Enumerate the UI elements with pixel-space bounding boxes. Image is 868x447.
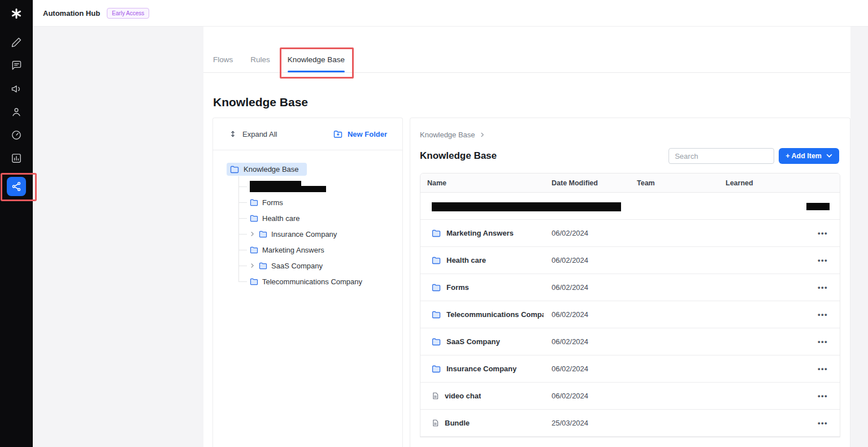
early-access-badge: Early Access xyxy=(107,8,149,19)
row-actions-button[interactable] xyxy=(818,311,828,318)
tab-bar: Flows Rules Knowledge Base xyxy=(203,27,850,73)
automation-icon[interactable] xyxy=(7,177,26,196)
table-row[interactable]: SaaS Company 06/02/2024 xyxy=(420,328,840,355)
page-title: Knowledge Base xyxy=(213,96,850,109)
new-folder-button[interactable]: New Folder xyxy=(330,129,390,139)
folder-icon xyxy=(250,215,258,222)
search-input[interactable] xyxy=(669,148,774,164)
pencil-icon[interactable] xyxy=(10,36,23,49)
content-panel: Flows Rules Knowledge Base Knowledge Bas… xyxy=(203,27,850,447)
topbar: Automation Hub Early Access xyxy=(33,0,868,27)
panels-row: Expand All New Folder Knowledge Base xyxy=(212,118,850,447)
new-folder-icon xyxy=(333,130,343,138)
tree-item-label: Telecommunications Company xyxy=(262,277,362,286)
chevron-right-icon[interactable] xyxy=(250,231,255,237)
item-name: Bundle xyxy=(445,419,470,427)
row-actions-button[interactable] xyxy=(818,365,828,372)
actions-cell xyxy=(806,365,840,372)
item-date-modified: 06/02/2024 xyxy=(552,229,637,237)
list-header: Knowledge Base Knowledge Base + Add Item xyxy=(410,118,850,164)
actions-cell xyxy=(806,311,840,318)
tree-item[interactable]: Marketing Answers xyxy=(238,242,393,258)
table-row[interactable]: video chat 06/02/2024 xyxy=(420,383,840,410)
tree-item-label: Forms xyxy=(262,198,283,207)
tab-flows[interactable]: Flows xyxy=(213,55,233,72)
chevron-right-icon xyxy=(480,132,485,138)
folder-icon xyxy=(432,365,441,373)
column-date-modified: Date Modified xyxy=(552,179,637,187)
document-icon xyxy=(432,392,439,400)
tree-item[interactable]: Insurance Company xyxy=(238,226,393,242)
item-name: Telecommunications Company xyxy=(446,310,544,319)
expand-all-icon xyxy=(229,129,237,138)
item-name: video chat xyxy=(445,392,481,400)
column-team: Team xyxy=(637,179,726,187)
tree-root-label: Knowledge Base xyxy=(244,165,299,173)
add-item-label: + Add Item xyxy=(785,152,822,160)
item-name: Insurance Company xyxy=(446,364,517,373)
folder-icon xyxy=(259,231,267,238)
user-icon[interactable] xyxy=(10,105,23,119)
tree-item[interactable]: Forms xyxy=(238,194,393,210)
tab-flows-label: Flows xyxy=(213,55,233,64)
tab-knowledge-base-label: Knowledge Base xyxy=(288,55,345,64)
tree-item[interactable]: SaaS Company xyxy=(238,258,393,274)
tree-item[interactable] xyxy=(238,179,393,194)
item-date-modified: 06/02/2024 xyxy=(552,256,637,264)
table-row[interactable]: Telecommunications Company 06/02/2024 xyxy=(420,301,840,328)
redacted-content xyxy=(432,202,621,211)
row-actions-button[interactable] xyxy=(818,419,828,427)
chart-icon[interactable] xyxy=(10,151,23,165)
folder-icon xyxy=(250,246,258,254)
row-actions-button[interactable] xyxy=(818,284,828,291)
tree-item[interactable]: Telecommunications Company xyxy=(238,274,393,289)
app-logo[interactable] xyxy=(0,0,33,27)
tree-item-label: Health care xyxy=(262,214,300,223)
column-name: Name xyxy=(427,179,552,187)
table-row[interactable]: Insurance Company 06/02/2024 xyxy=(420,355,840,383)
item-name: SaaS Company xyxy=(446,337,500,346)
tab-rules[interactable]: Rules xyxy=(250,55,270,72)
table-row[interactable]: Marketing Answers 06/02/2024 xyxy=(420,220,840,247)
knowledge-base-list-panel: Knowledge Base Knowledge Base + Add Item xyxy=(410,118,850,447)
name-cell: Bundle xyxy=(427,419,552,427)
actions-cell xyxy=(806,338,840,345)
folder-open-icon xyxy=(230,166,239,173)
actions-cell xyxy=(806,257,840,264)
document-icon xyxy=(432,419,439,427)
table-header: Name Date Modified Team Learned xyxy=(420,173,840,193)
table-row[interactable]: Forms 06/02/2024 xyxy=(420,274,840,301)
row-actions-button[interactable] xyxy=(818,338,828,345)
table-row[interactable]: Bundle 25/03/2024 xyxy=(420,410,840,437)
folder-icon xyxy=(250,278,258,285)
add-item-button[interactable]: + Add Item xyxy=(779,148,839,164)
chat-icon[interactable] xyxy=(10,59,23,72)
tree-root-knowledge-base[interactable]: Knowledge Base xyxy=(227,163,307,176)
item-date-modified: 25/03/2024 xyxy=(552,419,637,427)
table-body: Marketing Answers 06/02/2024 Health care… xyxy=(420,193,840,437)
list-title-row: Knowledge Base + Add Item xyxy=(420,148,839,164)
table-row[interactable]: Health care 06/02/2024 xyxy=(420,247,840,274)
folder-icon xyxy=(432,257,441,264)
gauge-icon[interactable] xyxy=(10,128,23,142)
item-date-modified: 06/02/2024 xyxy=(552,392,637,400)
folder-icon xyxy=(432,284,441,292)
row-actions-button[interactable] xyxy=(818,257,828,264)
row-actions-button[interactable] xyxy=(818,229,828,237)
expand-all-label: Expand All xyxy=(242,130,277,138)
item-date-modified: 06/02/2024 xyxy=(552,310,637,319)
expand-all-button[interactable]: Expand All xyxy=(225,129,280,139)
chevron-right-icon[interactable] xyxy=(250,263,255,268)
tab-knowledge-base[interactable]: Knowledge Base xyxy=(288,55,345,72)
redacted-content xyxy=(250,181,326,192)
row-actions-button[interactable] xyxy=(818,392,828,400)
megaphone-icon[interactable] xyxy=(10,82,23,96)
tree-item[interactable]: Health care xyxy=(238,210,393,226)
name-cell: Telecommunications Company xyxy=(427,310,552,319)
new-folder-label: New Folder xyxy=(348,130,387,138)
folder-icon xyxy=(432,338,441,346)
name-cell: Forms xyxy=(427,283,552,292)
breadcrumb-item[interactable]: Knowledge Base xyxy=(420,131,475,139)
name-cell: Health care xyxy=(427,256,552,264)
table-row[interactable] xyxy=(420,193,840,220)
